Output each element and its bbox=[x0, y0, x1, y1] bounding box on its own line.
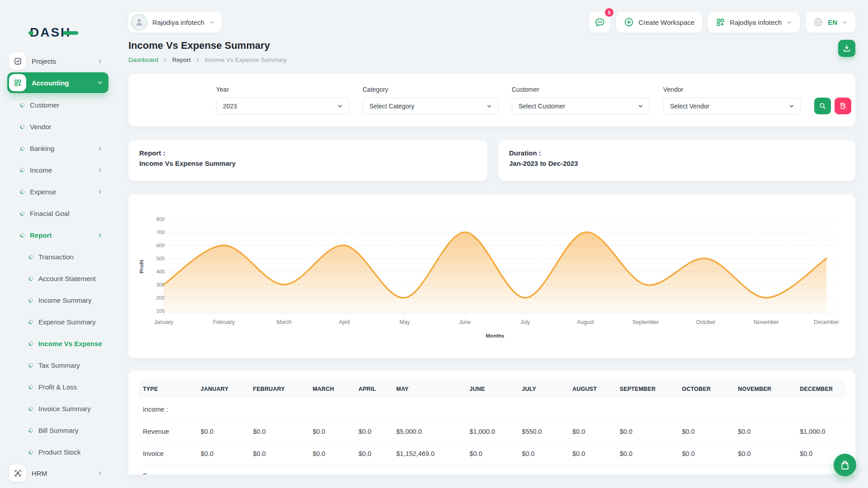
table-section-row: Expense : bbox=[138, 465, 845, 475]
cell-value: $1,000.0 bbox=[465, 421, 518, 443]
table-section-row: Income : bbox=[138, 399, 845, 421]
breadcrumb-report[interactable]: Report bbox=[172, 56, 191, 63]
apply-filter-button[interactable] bbox=[814, 98, 831, 114]
sidebar-item-customer[interactable]: Customer bbox=[7, 94, 108, 116]
globe-icon bbox=[813, 17, 823, 27]
bullet-icon bbox=[28, 319, 33, 324]
sidebar-item-income[interactable]: Income bbox=[7, 159, 108, 181]
row-type: Invoice bbox=[138, 443, 196, 465]
cell-value: $0.0 bbox=[354, 421, 392, 443]
reset-filter-button[interactable] bbox=[835, 98, 851, 114]
sidebar-item-projects[interactable]: Projects bbox=[7, 51, 108, 71]
cell-value: $0.0 bbox=[354, 443, 392, 465]
workspace-name: Rajodiya infotech bbox=[152, 19, 204, 26]
svg-text:Months: Months bbox=[486, 333, 505, 338]
shopping-bag-icon bbox=[840, 460, 850, 470]
sidebar-item-accounting[interactable]: Accounting bbox=[7, 72, 108, 93]
chevron-right-icon bbox=[97, 145, 103, 151]
chart-card: 100200300400500600700800JanuaryFebruaryM… bbox=[128, 194, 855, 358]
vendor-select[interactable]: Select Vendor bbox=[663, 98, 801, 115]
sidebar-item-income-summary[interactable]: Income Summary bbox=[7, 289, 108, 311]
sidebar-item-finacial-goal[interactable]: Finacial Goal bbox=[7, 202, 108, 224]
table-header-row: TYPEJANUARYFEBRUARYMARCHAPRILMAYJUNEJULY… bbox=[138, 380, 845, 399]
cart-fab-button[interactable] bbox=[834, 454, 856, 476]
bullet-icon bbox=[20, 146, 25, 151]
category-select[interactable]: Select Category bbox=[363, 98, 498, 115]
svg-text:December: December bbox=[814, 319, 839, 325]
bullet-icon bbox=[20, 233, 25, 238]
workspace-selector[interactable]: Rajodiya infotech bbox=[128, 12, 222, 33]
sidebar-item-vendor[interactable]: Vendor bbox=[7, 116, 108, 137]
sidebar-item-expense-summary[interactable]: Expense Summary bbox=[7, 311, 108, 333]
sidebar-item-profit-loss[interactable]: Profit & Loss bbox=[7, 376, 108, 398]
checkbox-icon bbox=[9, 52, 26, 70]
chevron-right-icon bbox=[97, 58, 103, 64]
sidebar-item-bill-summary[interactable]: Bill Summary bbox=[7, 419, 108, 441]
create-workspace-button[interactable]: Create Workspace bbox=[616, 12, 702, 33]
breadcrumb-current: Income Vs Expense Summary bbox=[205, 56, 287, 63]
sidebar-item-tax-summary[interactable]: Tax Summary bbox=[7, 354, 108, 376]
column-header-january: JANUARY bbox=[196, 380, 249, 399]
user-scan-icon bbox=[9, 465, 26, 482]
logo-dot bbox=[28, 31, 33, 35]
sidebar-item-account-statement[interactable]: Account Statement bbox=[7, 267, 108, 289]
chat-icon bbox=[594, 17, 605, 28]
column-header-july: JULY bbox=[517, 380, 568, 399]
sidebar-item-transaction[interactable]: Transaction bbox=[7, 246, 108, 267]
svg-text:February: February bbox=[213, 319, 235, 325]
company-selector[interactable]: Rajodiya infotech bbox=[708, 12, 800, 33]
top-bar: Rajodiya infotech 0 Create Workspace Raj… bbox=[128, 12, 855, 33]
chevron-right-icon bbox=[97, 232, 103, 238]
cell-value: $0.0 bbox=[196, 421, 249, 443]
sidebar-item-product-stock[interactable]: Product Stock bbox=[7, 441, 108, 463]
chevron-down-icon bbox=[788, 103, 795, 109]
sidebar-item-income-vs-expense[interactable]: Income Vs Expense bbox=[7, 333, 108, 354]
column-header-february: FEBRUARY bbox=[249, 380, 308, 399]
cell-value: $0.0 bbox=[615, 421, 678, 443]
language-selector[interactable]: EN bbox=[806, 12, 855, 33]
column-header-september: SEPTEMBER bbox=[615, 380, 678, 399]
column-header-type: TYPE bbox=[138, 380, 196, 399]
cell-value: $0.0 bbox=[517, 443, 568, 465]
svg-text:400: 400 bbox=[156, 269, 165, 274]
breadcrumb-dashboard[interactable]: Dashboard bbox=[128, 56, 158, 63]
chevron-right-icon bbox=[97, 470, 103, 476]
customer-label: Customer bbox=[512, 86, 650, 93]
svg-text:April: April bbox=[339, 319, 350, 325]
chat-button[interactable]: 0 bbox=[589, 12, 610, 33]
download-button[interactable] bbox=[838, 40, 855, 57]
summary-cards: Report : Income Vs Expense Summary Durat… bbox=[128, 140, 855, 181]
sidebar-item-expense[interactable]: Expense bbox=[7, 181, 108, 202]
plus-circle-icon bbox=[624, 17, 634, 27]
chevron-down-icon bbox=[209, 19, 215, 25]
customer-select[interactable]: Select Customer bbox=[512, 98, 650, 115]
section-label: Expense : bbox=[138, 465, 845, 475]
main-content: Rajodiya infotech 0 Create Workspace Raj… bbox=[116, 0, 868, 474]
svg-text:July: July bbox=[520, 319, 530, 325]
year-select[interactable]: 2023 bbox=[216, 98, 349, 115]
bullet-icon bbox=[20, 124, 25, 129]
bullet-icon bbox=[20, 103, 25, 108]
cell-value: $0.0 bbox=[678, 421, 734, 443]
chevron-right-icon bbox=[97, 167, 103, 173]
svg-text:August: August bbox=[577, 319, 594, 325]
chevron-right-icon bbox=[195, 57, 200, 62]
cell-value: $0.0 bbox=[465, 443, 518, 465]
chevron-right-icon bbox=[97, 189, 103, 195]
column-header-november: NOVEMBER bbox=[733, 380, 795, 399]
logo-dash bbox=[63, 31, 78, 35]
cell-value: $0.0 bbox=[733, 443, 795, 465]
cell-value: $0.0 bbox=[733, 421, 795, 443]
title-row: Income Vs Expense Summary Dashboard Repo… bbox=[128, 40, 855, 63]
sidebar-item-banking[interactable]: Banking bbox=[7, 137, 108, 159]
cell-value: $1,152,469.0 bbox=[392, 443, 465, 465]
cell-value: $0.0 bbox=[568, 443, 615, 465]
sidebar-item-invoice-summary[interactable]: Invoice Summary bbox=[7, 398, 108, 419]
chevron-down-icon bbox=[486, 103, 492, 109]
svg-text:500: 500 bbox=[156, 256, 165, 261]
download-icon bbox=[842, 44, 851, 53]
bullet-icon bbox=[28, 363, 33, 368]
sidebar-item-hrm[interactable]: HRM bbox=[7, 463, 108, 483]
svg-text:January: January bbox=[154, 319, 174, 325]
sidebar-item-report[interactable]: Report bbox=[7, 224, 108, 246]
